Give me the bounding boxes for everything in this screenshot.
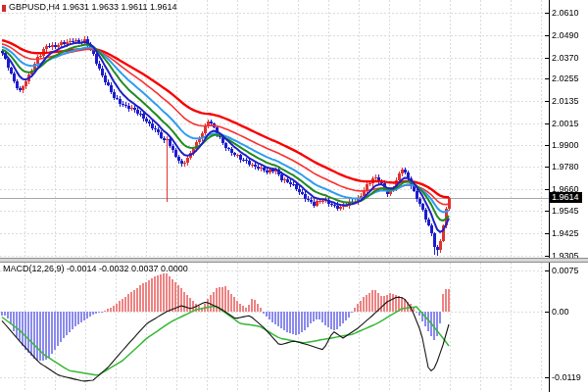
chart-window: GBPUSD,H4 1.9631 1.9633 1.9611 1.9614 MA…	[0, 0, 588, 392]
chart-title: GBPUSD,H4 1.9631 1.9633 1.9611 1.9614	[9, 2, 176, 12]
macd-axis-label: 0.0075	[552, 266, 579, 275]
price-axis-label: 2.0370	[552, 53, 579, 63]
chart-title-symbol: GBPUSD,H4	[9, 2, 60, 12]
macd-axis-label: -0.0119	[552, 372, 581, 382]
current-price-tag: 1.9614	[550, 192, 582, 203]
price-axis-label: 2.0610	[552, 8, 579, 18]
macd-indicator-values: -0.0014 -0.0032 0.0037 0.0000	[67, 264, 188, 273]
price-axis-label: 2.0135	[552, 96, 579, 106]
macd-indicator-name: MACD(12,26,9)	[3, 264, 65, 273]
price-axis-label: 1.9780	[552, 162, 579, 172]
price-axis-label: 2.0490	[552, 30, 579, 40]
macd-indicator-label: MACD(12,26,9) -0.0014 -0.0032 0.0037 0.0…	[3, 264, 188, 273]
price-axis-label: 1.9900	[552, 140, 579, 150]
panel-separator[interactable]	[0, 258, 588, 263]
chart-canvas[interactable]	[0, 0, 588, 392]
price-axis-label: 1.9545	[552, 206, 579, 216]
chart-title-ohlc: 1.9631 1.9633 1.9611 1.9614	[63, 2, 177, 12]
macd-axis-label: 0.00	[552, 307, 569, 317]
price-axis-label: 2.0015	[552, 119, 579, 128]
price-axis-label: 2.0255	[552, 74, 579, 83]
chart-icon	[2, 5, 6, 12]
price-axis-label: 1.9425	[552, 228, 579, 238]
